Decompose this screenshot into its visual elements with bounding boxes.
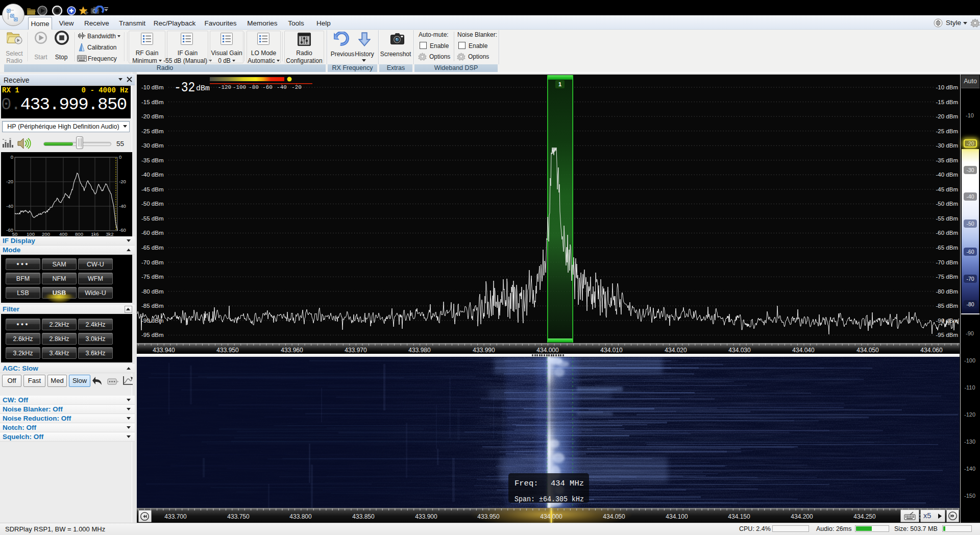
- svg-text:-45 dBm: -45 dBm: [141, 186, 163, 192]
- svg-text:-70 dBm: -70 dBm: [141, 259, 163, 265]
- svg-text:-65 dBm: -65 dBm: [936, 245, 958, 251]
- svg-text:-20: -20: [119, 179, 126, 184]
- svg-text:434 MHz: 434 MHz: [551, 479, 584, 488]
- svg-text:-60: -60: [119, 227, 126, 233]
- svg-text:-25 dBm: -25 dBm: [936, 128, 958, 134]
- svg-text:Span: ±64.305 kHz: Span: ±64.305 kHz: [514, 495, 584, 504]
- svg-text:-90 dBm: -90 dBm: [936, 318, 958, 324]
- svg-text:-80 dBm: -80 dBm: [936, 288, 958, 295]
- svg-text:-20 dBm: -20 dBm: [936, 113, 958, 119]
- svg-text:-120: -120: [218, 84, 231, 90]
- svg-text:-40 dBm: -40 dBm: [936, 172, 958, 178]
- svg-text:-40: -40: [277, 84, 287, 90]
- svg-text:-20: -20: [6, 179, 13, 184]
- svg-text:dBm: dBm: [196, 84, 210, 93]
- svg-text:-70 dBm: -70 dBm: [936, 259, 958, 265]
- svg-text:-90 dBm: -90 dBm: [141, 318, 163, 324]
- svg-text:-80 dBm: -80 dBm: [141, 288, 163, 295]
- svg-text:-20 dBm: -20 dBm: [141, 113, 163, 119]
- svg-text:-55 dBm: -55 dBm: [141, 215, 163, 222]
- svg-text:-35 dBm: -35 dBm: [141, 157, 163, 163]
- svg-text:-40: -40: [119, 203, 126, 209]
- svg-text:-75 dBm: -75 dBm: [936, 274, 958, 280]
- svg-text:-65 dBm: -65 dBm: [141, 245, 163, 251]
- svg-text:-25 dBm: -25 dBm: [141, 128, 163, 134]
- svg-text:-100: -100: [233, 84, 246, 90]
- svg-text:-10 dBm: -10 dBm: [936, 84, 958, 90]
- svg-text:-20: -20: [291, 84, 302, 90]
- svg-text:-55 dBm: -55 dBm: [936, 215, 958, 222]
- svg-text:-45 dBm: -45 dBm: [936, 186, 958, 192]
- svg-text:-40: -40: [6, 203, 13, 209]
- svg-text:-15 dBm: -15 dBm: [141, 99, 163, 105]
- svg-text:-50 dBm: -50 dBm: [936, 201, 958, 207]
- svg-text:-40 dBm: -40 dBm: [141, 172, 163, 178]
- svg-text:-30 dBm: -30 dBm: [141, 142, 163, 149]
- svg-text:Freq:: Freq:: [514, 479, 538, 488]
- svg-text:-15 dBm: -15 dBm: [936, 99, 958, 105]
- svg-text:-30 dBm: -30 dBm: [936, 142, 958, 149]
- svg-text:-85 dBm: -85 dBm: [141, 303, 163, 309]
- svg-text:-75 dBm: -75 dBm: [141, 274, 163, 280]
- svg-text:-80: -80: [249, 84, 259, 90]
- svg-text:-95 dBm: -95 dBm: [936, 332, 958, 338]
- svg-text:-60: -60: [262, 84, 273, 90]
- svg-text:-50 dBm: -50 dBm: [141, 201, 163, 207]
- svg-text:-95 dBm: -95 dBm: [141, 332, 163, 338]
- svg-text:0: 0: [11, 154, 13, 160]
- svg-text:1: 1: [558, 81, 561, 87]
- svg-text:-10 dBm: -10 dBm: [141, 84, 163, 90]
- svg-text:0: 0: [119, 154, 121, 160]
- svg-text:-85 dBm: -85 dBm: [936, 303, 958, 309]
- svg-text:-35 dBm: -35 dBm: [936, 157, 958, 163]
- svg-text:-60 dBm: -60 dBm: [936, 230, 958, 236]
- svg-text:-32: -32: [174, 80, 195, 96]
- svg-text:-60 dBm: -60 dBm: [141, 230, 163, 236]
